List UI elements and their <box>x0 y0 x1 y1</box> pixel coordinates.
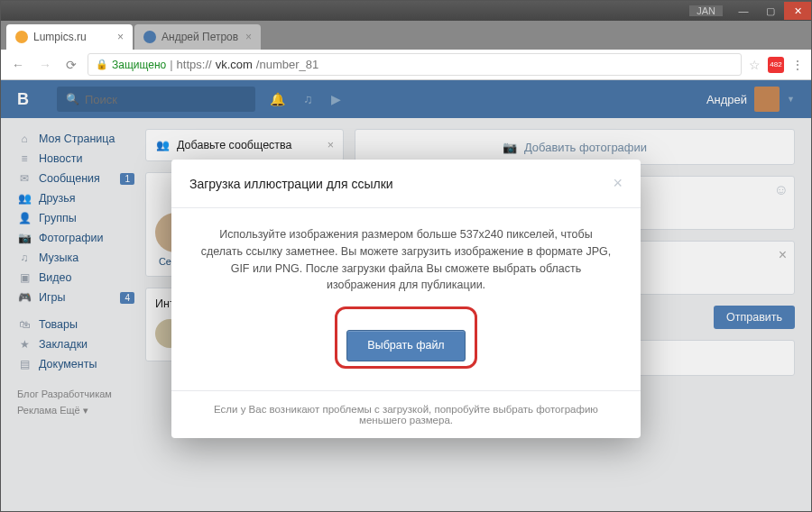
user-chip: JAN <box>689 5 723 16</box>
modal-title: Загрузка иллюстрации для ссылки <box>189 177 393 191</box>
extension-badge-icon[interactable]: 482 <box>768 57 784 73</box>
favicon-icon <box>143 31 156 43</box>
browser-tabbar: Lumpics.ru × Андрей Петров × <box>1 21 811 50</box>
tab-close-icon[interactable]: × <box>117 31 124 43</box>
modal-footer-text: Если у Вас возникают проблемы с загрузко… <box>171 391 641 438</box>
choose-file-button[interactable]: Выбрать файл <box>346 330 465 361</box>
url-domain: vk.com <box>216 58 253 71</box>
highlight-annotation: Выбрать файл <box>335 306 476 369</box>
tab-title: Lumpics.ru <box>33 31 87 43</box>
nav-back-button[interactable]: ← <box>8 54 28 76</box>
lock-icon: 🔒 <box>96 59 108 70</box>
nav-forward-button[interactable]: → <box>35 54 55 76</box>
browser-tab[interactable]: Андрей Петров × <box>134 24 261 50</box>
window-maximize-button[interactable]: ▢ <box>757 2 784 20</box>
modal-overlay: Загрузка иллюстрации для ссылки × Исполь… <box>1 80 811 511</box>
window-minimize-button[interactable]: — <box>730 2 757 20</box>
window-close-button[interactable]: ✕ <box>784 2 811 20</box>
url-field[interactable]: 🔒 Защищено | https://vk.com/number_81 <box>88 53 742 76</box>
close-icon[interactable]: × <box>613 174 623 193</box>
browser-addressbar: ← → ⟳ 🔒 Защищено | https://vk.com/number… <box>1 50 811 80</box>
nav-reload-button[interactable]: ⟳ <box>62 54 80 76</box>
modal-body-text: Используйте изображения размером больше … <box>198 226 614 294</box>
browser-tab[interactable]: Lumpics.ru × <box>6 24 133 50</box>
secure-label: Защищено <box>112 59 166 71</box>
tab-close-icon[interactable]: × <box>245 31 252 43</box>
window-titlebar: JAN — ▢ ✕ <box>1 1 811 21</box>
upload-modal: Загрузка иллюстрации для ссылки × Исполь… <box>171 160 641 438</box>
favicon-icon <box>15 31 28 43</box>
url-prefix: https:// <box>177 58 212 71</box>
browser-menu-icon[interactable]: ⋮ <box>791 58 804 72</box>
bookmark-star-icon[interactable]: ☆ <box>749 58 761 72</box>
url-path: /number_81 <box>256 58 318 71</box>
tab-title: Андрей Петров <box>161 31 238 43</box>
